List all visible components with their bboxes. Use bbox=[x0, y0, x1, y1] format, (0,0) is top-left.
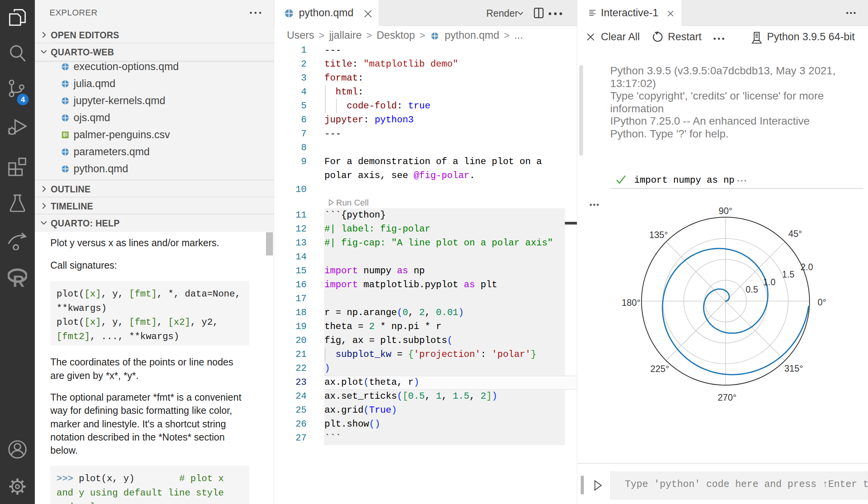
svg-text:45°: 45° bbox=[788, 229, 802, 239]
svg-text:180°: 180° bbox=[622, 298, 641, 308]
svg-text:270°: 270° bbox=[718, 393, 737, 403]
svg-text:0.5: 0.5 bbox=[746, 285, 758, 295]
svg-text:135°: 135° bbox=[649, 230, 668, 240]
svg-text:R: R bbox=[13, 272, 24, 287]
svg-text:2.0: 2.0 bbox=[801, 262, 813, 272]
svg-text:90°: 90° bbox=[719, 206, 732, 216]
svg-text:1.5: 1.5 bbox=[782, 269, 794, 279]
svg-text:1.0: 1.0 bbox=[763, 277, 775, 287]
svg-text:225°: 225° bbox=[650, 364, 669, 374]
svg-text:0°: 0° bbox=[818, 297, 826, 307]
svg-text:315°: 315° bbox=[784, 363, 803, 374]
